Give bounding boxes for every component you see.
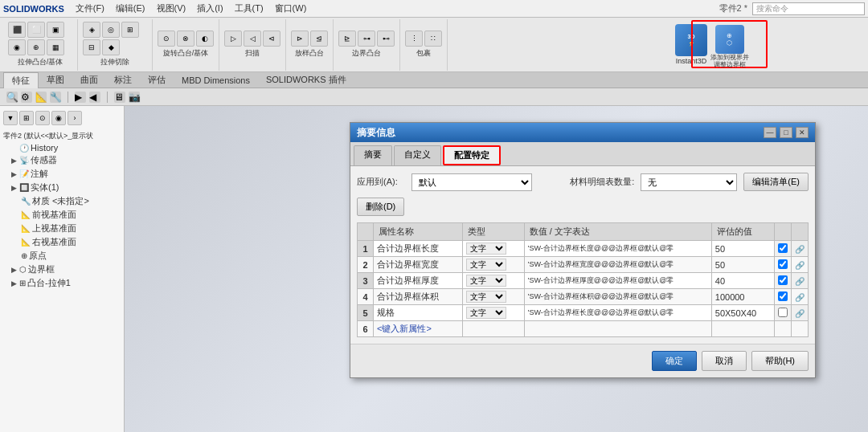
toolbar-icon-8[interactable]: ◎ [102, 22, 120, 38]
panel-btn-arrow[interactable]: › [68, 111, 82, 125]
toolbar-icon-21[interactable]: ⊶ [358, 31, 375, 47]
toolbar-icon-20[interactable]: ⊵ [338, 31, 356, 47]
row-link-icon[interactable]: 🔗 [795, 293, 805, 302]
toolbar-icon-16[interactable]: ◁ [244, 31, 261, 47]
panel-btn-filter[interactable]: ▼ [3, 111, 18, 125]
edit-list-button[interactable]: 编辑清单(E) [743, 173, 809, 191]
menu-file[interactable]: 文件(F) [71, 2, 109, 15]
row-prop-name[interactable]: 合计边界框宽度 [374, 257, 463, 273]
row-checkbox[interactable] [778, 275, 788, 285]
menu-tools[interactable]: 工具(T) [230, 2, 268, 15]
toolbar-icon-2[interactable]: ⬜ [27, 22, 45, 38]
viewport[interactable]: 摘要信息 — □ ✕ 摘要 自定义 配置特定 应用到(A): 默认 [125, 106, 868, 432]
tree-top-plane[interactable]: 📐 上视基准面 [2, 222, 122, 235]
search-bar[interactable]: 搜索命令 [752, 2, 865, 15]
row-checkbox[interactable] [778, 308, 788, 317]
toolbar-icon-15[interactable]: ▷ [224, 31, 242, 47]
tab-feature[interactable]: 特征 [3, 72, 39, 88]
toolbar-icon-14[interactable]: ◐ [196, 31, 214, 47]
row-checkbox-cell[interactable] [775, 305, 792, 321]
tree-history[interactable]: 🕐 History [2, 142, 122, 153]
ok-button[interactable]: 确定 [652, 351, 697, 371]
material-select[interactable]: 无 [641, 173, 737, 191]
add-property-link[interactable]: <键入新属性> [377, 324, 432, 333]
toolbar-icon-6[interactable]: ▦ [47, 39, 64, 55]
row-checkbox-cell[interactable] [775, 241, 792, 257]
apply-to-select[interactable]: 默认 [411, 173, 532, 191]
menu-window[interactable]: 窗口(W) [270, 2, 312, 15]
dialog-close-button[interactable]: ✕ [796, 127, 809, 138]
row-checkbox-cell[interactable] [775, 257, 792, 273]
panel-btn-1[interactable]: ⊞ [19, 111, 34, 125]
panel-btn-2[interactable]: ⊙ [35, 111, 50, 125]
delete-button[interactable]: 删除(D) [357, 198, 404, 216]
dialog-tab-config[interactable]: 配置特定 [443, 145, 501, 165]
type-select[interactable]: 文字 [466, 242, 506, 255]
tree-right-plane[interactable]: 📐 右视基准面 [2, 235, 122, 249]
tab-mbd[interactable]: MBD Dimensions [174, 74, 258, 87]
type-select[interactable]: 文字 [466, 291, 506, 303]
dialog-minimize-button[interactable]: — [764, 127, 776, 138]
menu-view[interactable]: 视图(V) [152, 2, 191, 15]
tree-bbox[interactable]: ▶ ⬡ 边界框 [2, 263, 122, 276]
tab-sketch[interactable]: 草图 [39, 72, 72, 88]
toolbar-icon-19[interactable]: ⊴ [310, 31, 328, 47]
add-boundary-icon[interactable]: ⊕⬡ [715, 25, 744, 54]
toolbar-icon-10[interactable]: ⊟ [83, 39, 100, 55]
row-prop-value[interactable]: 'SW-合计边界框体积@@@边界框@默认@零 [524, 289, 711, 305]
row-prop-value[interactable]: 'SW-合计边界框厚度@@@边界框@默认@零 [524, 273, 711, 289]
toolbar-icon-5[interactable]: ⊕ [27, 39, 45, 55]
tab-solidworks-plugins[interactable]: SOLIDWORKS 插件 [258, 72, 354, 88]
tab-markup[interactable]: 标注 [106, 72, 140, 88]
toolbar-icon-9[interactable]: ⊞ [121, 22, 139, 38]
toolbar-icon-23[interactable]: ⋮ [405, 31, 423, 47]
row-prop-name[interactable]: 合计边界框厚度 [374, 273, 463, 289]
row-link-icon[interactable]: 🔗 [795, 309, 805, 318]
tree-extrude[interactable]: ▶ ⊞ 凸台-拉伸1 [2, 276, 122, 290]
dialog-tab-custom[interactable]: 自定义 [394, 145, 441, 165]
toolbar-icon-4[interactable]: ◉ [8, 39, 26, 55]
tree-annotation[interactable]: ▶ 📝 注解 [2, 167, 122, 181]
tree-material[interactable]: 🔧 材质 <未指定> [2, 194, 122, 208]
dialog-tab-summary[interactable]: 摘要 [354, 145, 392, 165]
toolbar-icon-11[interactable]: ◆ [102, 39, 120, 55]
type-select[interactable]: 文字 [466, 275, 506, 287]
row-checkbox[interactable] [778, 259, 788, 269]
toolbar-icon-7[interactable]: ◈ [83, 22, 100, 38]
type-select[interactable]: 文字 [466, 307, 506, 319]
dialog-maximize-button[interactable]: □ [780, 127, 792, 138]
row-prop-value[interactable]: 'SW-合计边界框宽度@@@边界框@默认@零 [524, 257, 711, 273]
tree-root[interactable]: 零件2 (默认<<默认>_显示状 [2, 130, 122, 142]
menu-edit[interactable]: 编辑(E) [111, 2, 150, 15]
cmd-icon-1[interactable]: 🔍 [6, 92, 18, 103]
cmd-icon-8[interactable]: 📷 [129, 92, 140, 103]
row-prop-value[interactable]: 'SW-合计边界框长度@@@边界框@默认@零 [524, 305, 711, 321]
row-checkbox-cell[interactable] [775, 273, 792, 289]
row-prop-name[interactable]: 合计边界框体积 [374, 289, 463, 305]
toolbar-icon-3[interactable]: ▣ [47, 22, 64, 38]
tree-solid[interactable]: ▶ 🔲 实体(1) [2, 181, 122, 194]
tab-evaluate[interactable]: 评估 [140, 72, 174, 88]
cmd-icon-2[interactable]: ⚙ [21, 92, 32, 103]
cmd-icon-6[interactable]: ◀ [89, 92, 100, 103]
row-link-icon[interactable]: 🔗 [795, 277, 805, 286]
cmd-icon-4[interactable]: 🔧 [50, 92, 61, 103]
cmd-icon-7[interactable]: 🖥 [114, 92, 125, 103]
row-prop-value[interactable] [524, 321, 711, 337]
menu-insert[interactable]: 插入(I) [192, 2, 227, 15]
panel-btn-3[interactable]: ◉ [51, 111, 66, 125]
row-prop-name[interactable]: 合计边界框长度 [374, 241, 463, 257]
toolbar-icon-24[interactable]: ∷ [424, 31, 442, 47]
row-checkbox-cell[interactable] [775, 321, 792, 337]
row-prop-name[interactable]: 规格 [374, 305, 463, 321]
row-link-icon[interactable]: 🔗 [795, 245, 805, 254]
cmd-icon-5[interactable]: ▶ [75, 92, 86, 103]
tree-front-plane[interactable]: 📐 前视基准面 [2, 208, 122, 222]
toolbar-icon-13[interactable]: ⊗ [177, 31, 194, 47]
instant3d-button[interactable]: 3D ⚡ Instant3D [675, 24, 707, 65]
row-checkbox[interactable] [778, 243, 788, 253]
toolbar-icon-18[interactable]: ⊳ [291, 31, 309, 47]
row-checkbox-cell[interactable] [775, 289, 792, 305]
toolbar-icon-22[interactable]: ⊷ [377, 31, 395, 47]
cmd-icon-3[interactable]: 📐 [35, 92, 47, 103]
